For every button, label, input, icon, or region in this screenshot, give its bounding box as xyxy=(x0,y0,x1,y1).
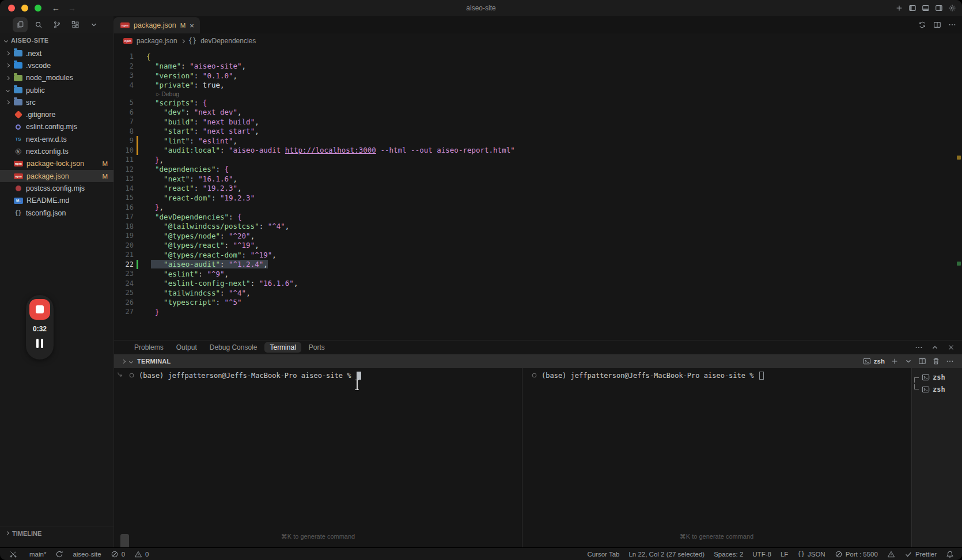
trash-icon[interactable] xyxy=(932,357,940,365)
timeline-section[interactable]: TIMELINE xyxy=(0,527,113,539)
file-name: .vscode xyxy=(26,62,113,70)
breadcrumb-symbol[interactable]: devDependencies xyxy=(200,37,256,45)
terminal-pane-right[interactable]: (base) jeffpatterson@Jeffs-MacBook-Pro a… xyxy=(522,368,911,547)
breadcrumb-file[interactable]: package.json xyxy=(137,37,177,45)
tree-item--gitignore[interactable]: .gitignore xyxy=(0,108,113,120)
code-line-26: 26 "typescript": "^5" xyxy=(114,298,954,308)
tree-item-package-lock-json[interactable]: npmpackage-lock.jsonM xyxy=(0,158,113,170)
tree-item-next-env-d-ts[interactable]: TSnext-env.d.ts xyxy=(0,133,113,145)
forward-icon[interactable]: → xyxy=(68,4,76,12)
gear-icon[interactable] xyxy=(948,4,956,12)
status-0[interactable]: 0 xyxy=(134,550,149,558)
chevron-right-icon[interactable] xyxy=(122,359,126,363)
git-gutter-spacer xyxy=(137,71,138,81)
src-folder-icon xyxy=(14,99,22,105)
layout-panel-icon[interactable] xyxy=(922,4,930,12)
split-tree-connector xyxy=(914,377,919,383)
explorer-sidebar: AISEO-SITE .next.vscodenode_modulespubli… xyxy=(0,33,113,547)
git-gutter-spacer xyxy=(137,212,138,222)
git-gutter-spacer xyxy=(137,269,138,279)
file-name: .next xyxy=(26,50,113,58)
tree-item-public[interactable]: public xyxy=(0,84,113,96)
line-number: 3 xyxy=(114,71,134,80)
close-icon[interactable] xyxy=(947,343,955,351)
status-label: UTF-8 xyxy=(752,551,771,558)
terminal-list-item-zsh[interactable]: zsh xyxy=(912,383,962,395)
terminal-list-item-zsh[interactable]: zsh xyxy=(912,371,962,383)
panel-tab-ports[interactable]: Ports xyxy=(304,342,330,353)
codelens-debug[interactable]: ▷Debug xyxy=(114,90,954,98)
status-json[interactable]: {}JSON xyxy=(797,551,825,558)
back-icon[interactable]: ← xyxy=(52,4,60,12)
tree-item-package-json[interactable]: npmpackage.jsonM xyxy=(0,170,113,182)
activity-search-button[interactable] xyxy=(31,17,46,32)
status-remote[interactable] xyxy=(9,550,17,558)
shell-profile-zsh[interactable]: zsh xyxy=(863,357,885,365)
tree-item-tsconfig-json[interactable]: {}tsconfig.json xyxy=(0,207,113,219)
localhost-link[interactable]: http://localhost:3000 xyxy=(285,146,376,154)
tree-item-postcss-config-mjs[interactable]: postcss.config.mjs xyxy=(0,182,113,194)
line-number: 9 xyxy=(114,137,134,145)
pause-recording-button[interactable] xyxy=(36,339,43,348)
open-changes-icon[interactable] xyxy=(918,21,926,29)
more-icon[interactable] xyxy=(946,357,954,365)
panel-tab-terminal[interactable]: Terminal xyxy=(264,342,301,353)
status-main[interactable]: main* xyxy=(26,551,46,558)
file-name: next.config.ts xyxy=(26,147,113,156)
panel-tab-debug-console[interactable]: Debug Console xyxy=(204,342,263,353)
activity-chevron-down-button[interactable] xyxy=(86,17,101,32)
panel-tab-output[interactable]: Output xyxy=(171,342,202,353)
terminal-pane-left[interactable]: (base) jeffpatterson@Jeffs-MacBook-Pro a… xyxy=(114,368,522,547)
tree-item-eslint-config-mjs[interactable]: eslint.config.mjs xyxy=(0,121,113,133)
more-icon[interactable] xyxy=(948,21,956,29)
status-ln-22-col-2-27-selected[interactable]: Ln 22, Col 2 (27 selected) xyxy=(628,551,705,558)
status-utf-8[interactable]: UTF-8 xyxy=(752,551,771,558)
status-bell[interactable] xyxy=(946,550,954,558)
tree-item--next[interactable]: .next xyxy=(0,47,113,59)
close-tab-icon[interactable]: × xyxy=(190,22,194,29)
status-warning[interactable] xyxy=(887,550,895,558)
overview-ruler-added-tick xyxy=(957,262,961,266)
status-sync[interactable] xyxy=(55,550,63,558)
stop-recording-button[interactable] xyxy=(29,299,50,320)
status-aiseo-site[interactable]: aiseo-site xyxy=(73,551,101,558)
zoom-window-button[interactable] xyxy=(35,5,41,12)
folder-icon xyxy=(14,50,22,56)
activity-extensions-button[interactable] xyxy=(68,17,83,32)
status-0[interactable]: 0 xyxy=(111,550,125,558)
chevron-up-icon[interactable] xyxy=(931,343,939,351)
more-icon[interactable] xyxy=(915,343,923,351)
activity-files-button[interactable] xyxy=(13,17,28,32)
status-cursor-tab[interactable]: Cursor Tab xyxy=(587,551,619,558)
chevron-down-icon[interactable] xyxy=(904,357,912,365)
plus-icon[interactable] xyxy=(891,357,899,365)
split-editor-icon[interactable] xyxy=(933,21,941,29)
status-spaces-2[interactable]: Spaces: 2 xyxy=(714,551,743,558)
code-line-22: 22 "aiseo-audit": "^1.2.4", xyxy=(114,260,954,270)
code-line-27: 27 } xyxy=(114,307,954,317)
code-line-13: 13 "next": "16.1.6", xyxy=(114,174,954,184)
line-number: 6 xyxy=(114,108,134,116)
tab-package-json[interactable]: npm package.json M × xyxy=(113,17,200,33)
tree-item-src[interactable]: src xyxy=(0,96,113,108)
layout-left-icon[interactable] xyxy=(908,4,916,12)
minimize-window-button[interactable] xyxy=(21,5,28,12)
plus-icon[interactable] xyxy=(895,4,903,12)
code-line-2: 2 "name": "aiseo-site", xyxy=(114,62,954,71)
chevron-down-icon[interactable] xyxy=(129,359,133,363)
tree-item-node-modules[interactable]: node_modules xyxy=(0,72,113,84)
tree-item-next-config-ts[interactable]: Nnext.config.ts xyxy=(0,145,113,157)
status-lf[interactable]: LF xyxy=(781,551,788,558)
activity-source-control-button[interactable] xyxy=(50,17,65,32)
tree-item-readme-md[interactable]: M↓README.md xyxy=(0,195,113,207)
panel-tab-problems[interactable]: Problems xyxy=(129,342,169,353)
status-port-5500[interactable]: Port : 5500 xyxy=(835,550,878,558)
split-editor-icon[interactable] xyxy=(918,357,926,365)
layout-right-icon[interactable] xyxy=(935,4,943,12)
status-bar: main*aiseo-site00 Cursor TabLn 22, Col 2… xyxy=(0,547,962,560)
status-prettier[interactable]: Prettier xyxy=(904,550,937,558)
explorer-root[interactable]: AISEO-SITE xyxy=(0,33,113,47)
close-window-button[interactable] xyxy=(8,5,15,12)
terminal-prompt: (base) jeffpatterson@Jeffs-MacBook-Pro a… xyxy=(541,372,753,380)
tree-item--vscode[interactable]: .vscode xyxy=(0,59,113,71)
